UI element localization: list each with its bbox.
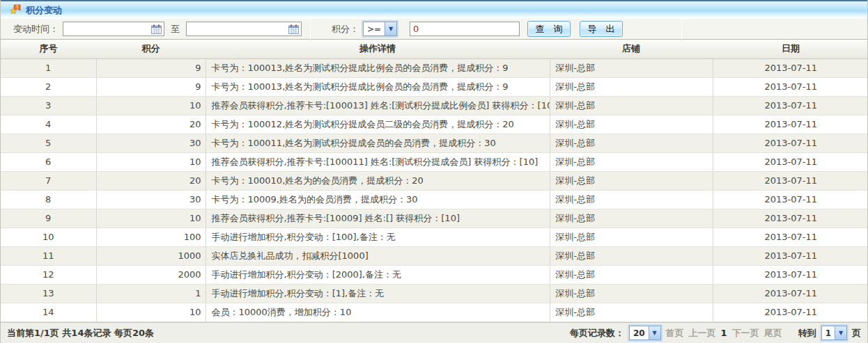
cell-no: 7 [1, 171, 96, 190]
cell-date: 2013-07-11 [713, 77, 868, 96]
table-row: 2 9 卡号为：100013,姓名为测试积分提成比例会员的会员消费，提成积分：9… [1, 77, 868, 96]
cell-detail: 推荐会员获得积分,推荐卡号:[100011] 姓名:[测试积分提成会员] 获得积… [206, 152, 550, 171]
points-label: 积分： [332, 23, 359, 35]
record-summary: 当前第1/1页 共14条记录 每页20条 [7, 327, 154, 340]
cell-date: 2013-07-11 [713, 96, 868, 115]
cell-detail: 卡号为：10009,姓名为的会员消费，提成积分：30 [206, 190, 550, 209]
table-row: 14 10 会员：10000消费，增加积分：10 深圳-总部 2013-07-1… [1, 303, 868, 321]
cell-date: 2013-07-11 [713, 190, 868, 209]
cell-points: 30 [96, 190, 206, 209]
table-row: 3 10 推荐会员获得积分,推荐卡号:[100013] 姓名:[测试积分提成比例… [1, 96, 868, 115]
to-label: 至 [171, 23, 180, 35]
chevron-down-icon: ▼ [649, 326, 660, 340]
cell-detail: 卡号为：100010,姓名为的会员消费，提成积分：20 [206, 171, 550, 190]
col-header-points: 积分 [96, 40, 206, 58]
table-row: 10 100 手动进行增加积分,积分变动：[100],备注：无 深圳-总部 20… [1, 228, 868, 246]
cell-no: 1 [1, 58, 96, 77]
current-page-number: 1 [721, 328, 727, 338]
cell-date: 2013-07-11 [713, 171, 868, 190]
cell-detail: 手动进行增加积分,积分变动：[2000],备注：无 [206, 265, 550, 284]
points-change-page: 积分变动 变动时间： 至 [0, 0, 868, 343]
export-button[interactable]: 导 出 [580, 21, 623, 37]
date-from-input[interactable] [63, 22, 164, 36]
cell-points: 100 [96, 228, 206, 246]
cell-no: 10 [1, 228, 96, 246]
cell-no: 13 [1, 284, 96, 303]
cell-store: 深圳-总部 [550, 152, 713, 171]
cell-points: 10 [96, 303, 206, 321]
table-row: 8 30 卡号为：10009,姓名为的会员消费，提成积分：30 深圳-总部 20… [1, 190, 868, 209]
cell-points: 10 [96, 152, 206, 171]
col-header-store: 店铺 [550, 40, 713, 58]
table-row: 12 2000 手动进行增加积分,积分变动：[2000],备注：无 深圳-总部 … [1, 265, 868, 284]
query-button[interactable]: 查 询 [527, 21, 571, 37]
goto-page-value: 1 [822, 326, 835, 340]
cell-store: 深圳-总部 [550, 115, 713, 134]
cell-no: 12 [1, 265, 96, 284]
cell-points: 10 [96, 209, 206, 228]
date-to-input[interactable] [186, 22, 302, 36]
col-header-no: 序号 [1, 40, 96, 58]
cell-points: 30 [96, 134, 206, 152]
cell-detail: 实体店兑换礼品成功，扣减积分[1000] [206, 246, 550, 265]
cell-no: 8 [1, 190, 96, 209]
page-size-label: 每页记录数： [570, 327, 624, 340]
first-page-link[interactable]: 首页 [666, 327, 684, 340]
col-header-detail: 操作详情 [206, 40, 550, 58]
cell-no: 3 [1, 96, 96, 115]
table-row: 1 9 卡号为：100013,姓名为测试积分提成比例会员的会员消费，提成积分：9… [1, 58, 868, 77]
cell-points: 9 [96, 77, 206, 96]
cell-points: 9 [96, 58, 206, 77]
medal-icon [10, 4, 22, 16]
cell-store: 深圳-总部 [550, 190, 713, 209]
page-size-value: 20 [630, 326, 649, 340]
cell-date: 2013-07-11 [713, 152, 868, 171]
change-time-label: 变动时间： [13, 23, 59, 35]
chevron-down-icon: ▼ [835, 326, 846, 340]
cell-points: 2000 [96, 265, 206, 284]
calendar-icon[interactable] [288, 24, 299, 36]
page-size-select[interactable]: 20 ▼ [629, 326, 661, 340]
next-page-link[interactable]: 下一页 [732, 327, 759, 340]
page-suffix-label: 页 [852, 327, 861, 340]
pagination-bar: 当前第1/1页 共14条记录 每页20条 每页记录数： 20 ▼ 首页 上一页 … [1, 322, 867, 343]
cell-store: 深圳-总部 [550, 77, 713, 96]
cell-detail: 卡号为：100011,姓名为测试积分提成会员的会员消费，提成积分：30 [206, 134, 550, 152]
filter-divider [310, 19, 311, 40]
cell-store: 深圳-总部 [550, 209, 713, 228]
table-row: 11 1000 实体店兑换礼品成功，扣减积分[1000] 深圳-总部 2013-… [1, 246, 868, 265]
cell-no: 5 [1, 134, 96, 152]
cell-date: 2013-07-11 [713, 58, 868, 77]
calendar-icon[interactable] [151, 24, 162, 36]
last-page-link[interactable]: 尾页 [764, 327, 782, 340]
cell-detail: 手动进行增加积分,积分变动：[1],备注：无 [206, 284, 550, 303]
cell-date: 2013-07-11 [713, 134, 868, 152]
cell-store: 深圳-总部 [550, 96, 713, 115]
table-row: 6 10 推荐会员获得积分,推荐卡号:[100011] 姓名:[测试积分提成会员… [1, 152, 868, 171]
cell-store: 深圳-总部 [550, 58, 713, 77]
cell-points: 20 [96, 171, 206, 190]
page-title: 积分变动 [26, 4, 62, 17]
cell-date: 2013-07-11 [713, 303, 868, 321]
chevron-down-icon: ▼ [385, 22, 396, 35]
cell-detail: 卡号为：100012,姓名为测试积分提成会员二级的会员消费，提成积分：20 [206, 115, 550, 134]
table-row: 4 20 卡号为：100012,姓名为测试积分提成会员二级的会员消费，提成积分：… [1, 115, 868, 134]
cell-detail: 手动进行增加积分,积分变动：[100],备注：无 [206, 228, 550, 246]
points-operator-select[interactable]: >= ▼ [363, 22, 397, 36]
points-change-table: 序号 积分 操作详情 店铺 日期 1 9 卡号为：100013,姓名为测试积分提… [1, 40, 868, 322]
cell-store: 深圳-总部 [550, 284, 713, 303]
cell-no: 11 [1, 246, 96, 265]
cell-store: 深圳-总部 [550, 171, 713, 190]
prev-page-link[interactable]: 上一页 [689, 327, 716, 340]
goto-page-select[interactable]: 1 ▼ [821, 326, 847, 340]
cell-store: 深圳-总部 [550, 265, 713, 284]
cell-date: 2013-07-11 [713, 115, 868, 134]
title-bar: 积分变动 [1, 0, 867, 19]
cell-no: 2 [1, 77, 96, 96]
points-value-input[interactable] [410, 22, 520, 36]
table-header-row: 序号 积分 操作详情 店铺 日期 [1, 40, 868, 58]
cell-no: 14 [1, 303, 96, 321]
cell-detail: 会员：10000消费，增加积分：10 [206, 303, 550, 321]
cell-no: 4 [1, 115, 96, 134]
filter-bar: 变动时间： 至 [1, 19, 867, 40]
